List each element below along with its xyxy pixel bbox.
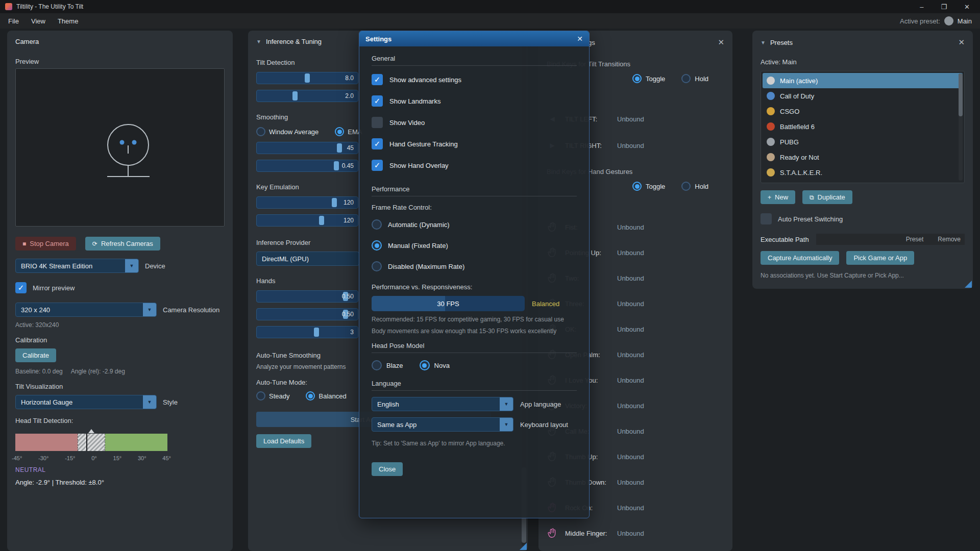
slider-handle[interactable] [292, 91, 298, 101]
binding-value[interactable]: Unbound [617, 351, 644, 359]
slider-hand-1[interactable]: 0.50 [256, 290, 358, 303]
show-hand-overlay-checkbox[interactable] [372, 160, 383, 171]
automatic-dynamic-radio[interactable] [372, 219, 382, 230]
capture-automatically-button[interactable]: Capture Automatically [761, 251, 839, 265]
binding-value[interactable]: Unbound [617, 428, 644, 435]
scrollbar-track[interactable] [959, 73, 963, 181]
chevron-down-icon[interactable]: ▼ [125, 259, 138, 272]
device-select[interactable]: BRIO 4K Stream Edition ▼ [15, 259, 139, 273]
binding-value[interactable]: Unbound [617, 325, 644, 333]
scrollbar-thumb[interactable] [959, 73, 963, 116]
chevron-down-icon[interactable]: ▼ [500, 418, 513, 431]
collapse-icon[interactable]: ▼ [761, 40, 766, 45]
binding-value[interactable]: Unbound [617, 249, 644, 257]
slider-smoothing-window[interactable]: 45 [256, 142, 358, 154]
binding-row-gesture[interactable]: Middle Finger: Unbound [547, 525, 724, 541]
preset-item[interactable]: S.T.A.L.K.E.R. [763, 165, 963, 180]
hand-hold-radio[interactable] [681, 182, 691, 191]
slider-key-2[interactable]: 120 [256, 214, 358, 227]
menu-file[interactable]: File [8, 17, 19, 25]
collapse-icon[interactable]: ▼ [256, 39, 261, 44]
preset-item[interactable]: Ready or Not [763, 149, 963, 165]
provider-select[interactable]: DirectML (GPU) [256, 252, 359, 266]
binding-value[interactable]: Unbound [617, 274, 644, 282]
ema-radio[interactable] [335, 127, 344, 136]
window-average-radio[interactable] [256, 127, 265, 136]
calibrate-button[interactable]: Calibrate [15, 348, 56, 362]
slider-tilt-margin[interactable]: 2.0 [256, 90, 358, 102]
maximize-button[interactable]: ❐ [941, 3, 947, 11]
tilt-toggle-radio[interactable] [632, 74, 642, 83]
binding-value[interactable]: Unbound [617, 142, 644, 149]
blaze-radio[interactable] [372, 360, 382, 370]
manual-fixed-radio[interactable] [372, 240, 382, 251]
binding-value[interactable]: Unbound [617, 223, 644, 231]
show-advanced-checkbox[interactable] [372, 74, 383, 85]
disabled-maximum-radio[interactable] [372, 261, 382, 271]
binding-value[interactable]: Unbound [617, 504, 644, 512]
binding-value[interactable]: Unbound [617, 453, 644, 461]
hand-toggle-radio[interactable] [632, 182, 642, 191]
preset-item[interactable]: Main (active) [763, 73, 963, 88]
show-video-checkbox[interactable] [372, 117, 383, 128]
setting-row[interactable]: Hand Gesture Tracking [372, 136, 577, 152]
auto-preset-switching-checkbox[interactable] [761, 213, 772, 224]
slider-handle[interactable] [305, 73, 310, 83]
slider-tilt-angle[interactable]: 8.0 [256, 72, 358, 84]
close-icon[interactable]: ✕ [577, 35, 583, 43]
stop-camera-button[interactable]: ■ Stop Camera [15, 237, 76, 251]
chevron-down-icon[interactable]: ▼ [143, 303, 156, 316]
slider-handle[interactable] [334, 161, 339, 170]
slider-hand-2[interactable]: 0.50 [256, 308, 358, 320]
load-defaults-button[interactable]: Load Defaults [256, 434, 311, 448]
close-icon[interactable]: ✕ [958, 38, 965, 47]
mirror-preview-checkbox[interactable] [15, 282, 27, 293]
binding-value[interactable]: Unbound [617, 402, 644, 410]
slider-ema-alpha[interactable]: 0.45 [256, 160, 358, 172]
close-settings-button[interactable]: Close [372, 462, 403, 476]
menu-view[interactable]: View [31, 17, 45, 25]
close-icon[interactable]: ✕ [718, 38, 724, 47]
resize-grip[interactable] [965, 281, 972, 288]
hand-gesture-tracking-checkbox[interactable] [372, 138, 383, 149]
framerate-option[interactable]: Automatic (Dynamic) [372, 217, 577, 232]
setting-row[interactable]: Show advanced settings [372, 72, 577, 87]
keyboard-layout-select[interactable]: Same as App ▼ [372, 417, 513, 432]
fps-slider[interactable]: 30 FPS [372, 296, 525, 311]
chevron-down-icon[interactable]: ▼ [500, 397, 513, 411]
preset-item[interactable]: PUBG [763, 134, 963, 149]
steady-radio[interactable] [256, 391, 265, 400]
balanced-radio[interactable] [306, 391, 315, 400]
new-preset-button[interactable]: + New [761, 190, 795, 204]
resolution-select[interactable]: 320 x 240 ▼ [15, 303, 157, 317]
slider-handle[interactable] [337, 143, 342, 153]
slider-handle[interactable] [332, 198, 337, 207]
binding-value[interactable]: Unbound [617, 377, 644, 384]
framerate-option[interactable]: Manual (Fixed Rate) [372, 238, 577, 253]
show-landmarks-checkbox[interactable] [372, 95, 383, 107]
slider-handle[interactable] [319, 216, 324, 225]
gauge-style-select[interactable]: Horizontal Gauge ▼ [15, 395, 157, 409]
resize-grip[interactable] [520, 543, 527, 550]
refresh-cameras-button[interactable]: ⟳ Refresh Cameras [85, 237, 160, 251]
nova-radio[interactable] [420, 360, 430, 370]
framerate-option[interactable]: Disabled (Maximum Rate) [372, 259, 577, 274]
duplicate-preset-button[interactable]: ⧉ Duplicate [802, 190, 852, 204]
binding-value[interactable]: Unbound [617, 479, 644, 486]
slider-handle[interactable] [314, 328, 319, 337]
binding-value[interactable]: Unbound [617, 300, 644, 308]
preset-item[interactable]: Call of Duty [763, 88, 963, 104]
tilt-hold-radio[interactable] [681, 74, 691, 83]
setting-row[interactable]: Show Landmarks [372, 93, 577, 109]
close-button[interactable]: ✕ [964, 3, 970, 11]
chevron-down-icon[interactable]: ▼ [143, 395, 156, 409]
slider-hand-3[interactable]: 3 [256, 326, 358, 338]
minimize-button[interactable]: – [920, 3, 923, 11]
preset-item[interactable]: CSGO [763, 104, 963, 119]
binding-value[interactable]: Unbound [617, 115, 644, 123]
binding-value[interactable]: Unbound [617, 530, 644, 537]
app-language-select[interactable]: English ▼ [372, 397, 513, 411]
menu-theme[interactable]: Theme [58, 17, 78, 25]
setting-row[interactable]: Show Hand Overlay [372, 158, 577, 173]
pick-game-button[interactable]: Pick Game or App [846, 251, 914, 265]
